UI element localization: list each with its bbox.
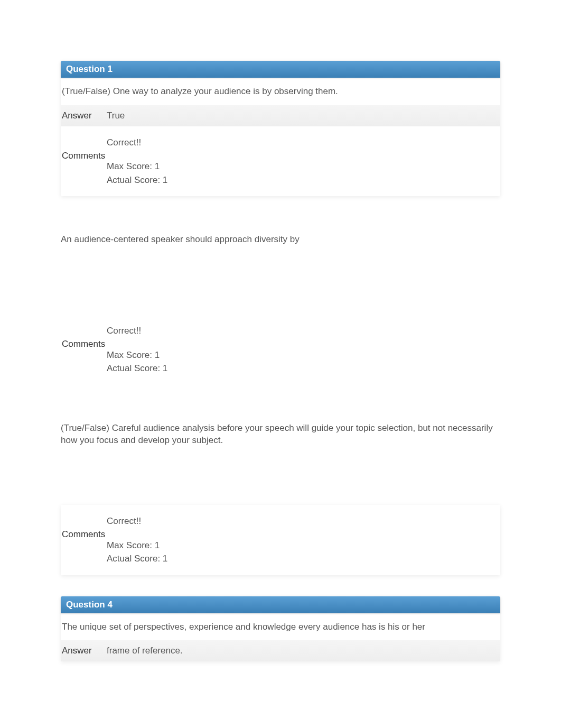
question-header: Question 1 bbox=[61, 61, 500, 78]
comments-content: Correct!! Max Score: 1 Actual Score: 1 bbox=[107, 132, 167, 191]
question-3: (True/False) Careful audience analysis b… bbox=[61, 422, 500, 575]
answer-value: True bbox=[107, 106, 499, 125]
actual-score: Actual Score: 1 bbox=[107, 552, 167, 566]
question-text: (True/False) Careful audience analysis b… bbox=[61, 422, 500, 505]
comments-label: Comments bbox=[62, 510, 107, 544]
question-2: An audience-centered speaker should appr… bbox=[61, 233, 500, 384]
question-header: Question 4 bbox=[61, 596, 500, 613]
answer-row: Answer frame of reference. bbox=[61, 640, 500, 661]
answer-label: Answer bbox=[62, 106, 107, 125]
question-text: The unique set of perspectives, experien… bbox=[61, 613, 500, 641]
correct-text: Correct!! bbox=[107, 324, 167, 338]
comments-row: Comments Correct!! Max Score: 1 Actual S… bbox=[61, 126, 500, 197]
comments-row: Comments Correct!! Max Score: 1 Actual S… bbox=[61, 505, 500, 575]
max-score: Max Score: 1 bbox=[107, 539, 167, 552]
answer-row: Answer True bbox=[61, 105, 500, 126]
comments-label: Comments bbox=[62, 320, 107, 354]
correct-text: Correct!! bbox=[107, 514, 167, 528]
comments-row: Comments Correct!! Max Score: 1 Actual S… bbox=[61, 315, 500, 385]
question-text: (True/False) One way to analyze your aud… bbox=[61, 78, 500, 105]
question-1: Question 1 (True/False) One way to analy… bbox=[61, 61, 500, 196]
comments-label: Comments bbox=[62, 132, 107, 165]
question-text: An audience-centered speaker should appr… bbox=[61, 233, 500, 315]
answer-label: Answer bbox=[62, 641, 107, 660]
max-score: Max Score: 1 bbox=[107, 160, 167, 173]
correct-text: Correct!! bbox=[107, 136, 167, 150]
question-4: Question 4 The unique set of perspective… bbox=[61, 596, 500, 662]
answer-value: frame of reference. bbox=[107, 641, 499, 660]
max-score: Max Score: 1 bbox=[107, 348, 167, 362]
actual-score: Actual Score: 1 bbox=[107, 362, 167, 375]
actual-score: Actual Score: 1 bbox=[107, 173, 167, 187]
comments-content: Correct!! Max Score: 1 Actual Score: 1 bbox=[107, 320, 167, 380]
comments-content: Correct!! Max Score: 1 Actual Score: 1 bbox=[107, 510, 167, 570]
